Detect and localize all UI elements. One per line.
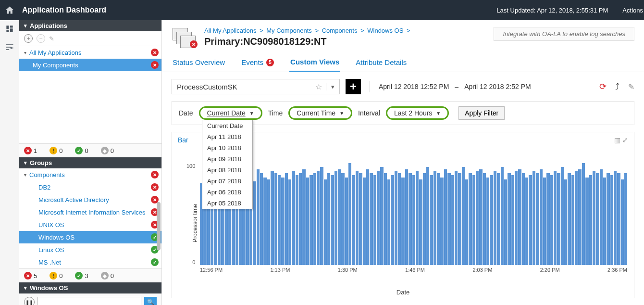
chart-type-label[interactable]: Bar — [178, 136, 188, 144]
dashboard-icon[interactable] — [5, 24, 14, 34]
export-icon[interactable]: ⤴ — [615, 82, 619, 92]
bar — [384, 173, 387, 265]
scrollbar[interactable] — [157, 202, 161, 250]
chart-view-icon[interactable]: ▥ — [614, 136, 620, 144]
view-name: ProcessCustomSK — [172, 83, 311, 91]
bar — [440, 178, 443, 265]
groups-header[interactable]: ▾ Groups — [19, 157, 161, 168]
bar — [334, 171, 337, 265]
bar — [395, 171, 397, 265]
add-icon[interactable]: + — [24, 34, 33, 43]
date-option[interactable]: Current Date — [202, 120, 252, 131]
date-option[interactable]: Apr 07 2018 — [202, 176, 252, 187]
tab[interactable]: Attribute Details — [355, 55, 408, 72]
bar — [377, 171, 380, 265]
apply-filter-button[interactable]: Apply Filter — [458, 106, 505, 120]
bar — [621, 179, 624, 265]
applications-header[interactable]: ▾ Applications — [19, 20, 161, 31]
bar — [490, 175, 493, 265]
tree-item[interactable]: MS .Net✓ — [19, 256, 161, 268]
bar — [557, 173, 560, 265]
bar — [479, 169, 482, 265]
bar — [338, 169, 341, 265]
edit-icon[interactable]: ✎ — [49, 35, 54, 42]
bar — [472, 175, 475, 265]
tree-item-my-components[interactable]: My Components ✕ — [19, 59, 161, 71]
bar — [533, 171, 535, 265]
bar — [257, 169, 260, 265]
date-option[interactable]: Apr 09 2018 — [202, 153, 252, 165]
tab[interactable]: Events 5 — [240, 55, 275, 72]
bar — [610, 175, 613, 265]
bar — [529, 175, 532, 265]
bar — [302, 169, 305, 265]
date-options-menu[interactable]: Current DateApr 11 2018Apr 10 2018Apr 09… — [202, 120, 253, 209]
bar — [419, 179, 422, 265]
add-view-button[interactable]: + — [346, 79, 361, 94]
tree-root-all-apps[interactable]: ▾All My Applications ✕ — [19, 46, 161, 59]
windows-os-header[interactable]: ▾ Windows OS — [19, 282, 161, 293]
status-error-icon: ✕ — [151, 61, 159, 69]
left-rail — [0, 20, 19, 305]
bar — [278, 175, 281, 265]
search-button[interactable]: 🔍 — [144, 297, 157, 305]
date-option[interactable]: Apr 06 2018 — [202, 187, 252, 198]
view-selector[interactable]: ProcessCustomSK ☆ ▾ — [172, 79, 340, 94]
breadcrumb-link[interactable]: My Components — [266, 27, 312, 34]
breadcrumb-link[interactable]: Windows OS — [367, 27, 403, 34]
chart-expand-icon[interactable]: ⤢ — [622, 136, 628, 144]
bar — [416, 171, 419, 265]
date-option[interactable]: Apr 11 2018 — [202, 131, 252, 142]
bar — [508, 173, 510, 265]
tree-item[interactable]: Windows OS✓ — [19, 231, 161, 243]
bar — [624, 173, 627, 265]
date-dropdown[interactable]: Current Date ▼ — [199, 106, 262, 120]
tree-item[interactable]: Microsoft Internet Information Services✕ — [19, 206, 161, 218]
pause-icon[interactable]: ❚❚ — [24, 297, 35, 305]
tree-root-components[interactable]: ▾Components ✕ — [19, 168, 161, 181]
interval-dropdown[interactable]: Last 2 Hours ▼ — [386, 106, 449, 120]
breadcrumb-link[interactable]: Components — [322, 27, 358, 34]
tree-item[interactable]: DB2✕ — [19, 181, 161, 193]
bar — [373, 175, 376, 265]
time-dropdown[interactable]: Current Time ▼ — [288, 106, 352, 120]
bar — [458, 173, 461, 265]
chevron-down-icon: ▼ — [249, 111, 254, 116]
breadcrumb-link[interactable]: All My Applications — [204, 27, 256, 34]
refresh-icon[interactable]: ⟳ — [599, 81, 607, 92]
bar — [444, 169, 447, 265]
bar — [423, 173, 426, 265]
date-option[interactable]: Apr 10 2018 — [202, 142, 252, 153]
bar — [401, 178, 404, 265]
bar — [356, 171, 359, 265]
status-warn-icon: ! — [50, 147, 57, 154]
date-option[interactable]: Apr 05 2018 — [202, 198, 252, 209]
date-option[interactable]: Apr 08 2018 — [202, 165, 252, 176]
tab[interactable]: Status Overview — [172, 55, 226, 72]
tree-item[interactable]: UNIX OS✕ — [19, 218, 161, 231]
windows-os-title: Windows OS — [30, 284, 68, 292]
tab[interactable]: Custom Views — [289, 55, 340, 72]
bar — [465, 179, 468, 265]
chart-plot: 1000 12:56 PM1:13 PM1:30 PM1:46 PM2:03 P… — [200, 156, 627, 275]
search-input[interactable] — [37, 297, 141, 305]
home-icon[interactable] — [0, 5, 19, 15]
bar — [324, 179, 327, 265]
tree-item[interactable]: Linux OS✓ — [19, 243, 161, 256]
bar — [525, 178, 528, 265]
actions-menu[interactable]: Actions — [622, 7, 643, 14]
bar — [405, 169, 408, 265]
tree-item[interactable]: Microsoft Active Directory✕ — [19, 193, 161, 206]
x-axis: 12:56 PM1:13 PM1:30 PM1:46 PM2:03 PM2:20… — [200, 267, 627, 275]
bar — [483, 173, 486, 265]
bar — [614, 171, 617, 265]
last-updated: Last Updated: Apr 12, 2018, 2:55:31 PM — [496, 7, 608, 14]
chevron-down-icon[interactable]: ▾ — [326, 83, 339, 90]
app-title: Application Dashboard — [22, 6, 106, 14]
settings-icon[interactable] — [5, 42, 14, 52]
status-icon: ✕ — [151, 183, 159, 191]
favorite-icon[interactable]: ☆ — [311, 82, 326, 91]
status-error-icon: ✕ — [190, 40, 198, 48]
bar — [260, 173, 263, 265]
edit-icon[interactable]: ✎ — [628, 82, 634, 91]
